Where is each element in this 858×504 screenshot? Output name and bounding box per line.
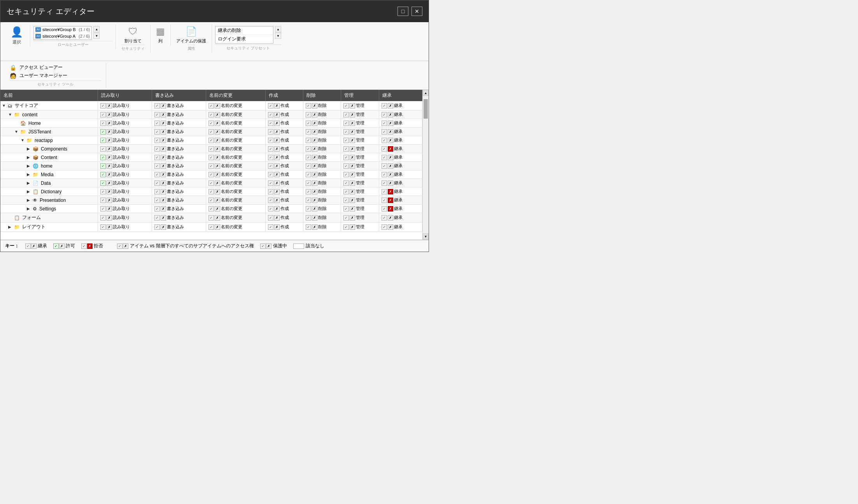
- perm-x[interactable]: ✗: [274, 138, 280, 143]
- perm-check[interactable]: ✓: [306, 103, 311, 108]
- perm-check[interactable]: ✓: [100, 163, 106, 169]
- perm-check[interactable]: ✓: [382, 189, 387, 194]
- perm-x[interactable]: ✗: [215, 146, 220, 152]
- perm-check[interactable]: ✓: [268, 138, 273, 143]
- perm-x[interactable]: ✗: [274, 112, 280, 117]
- perm-x[interactable]: ✗: [388, 172, 393, 177]
- perm-x[interactable]: ✗: [388, 103, 393, 108]
- table-row[interactable]: ▶⚙Settings✓✗読み取り✓✗書き込み✓✗名前の変更✓✗作成✓✗削除✓✗管…: [0, 205, 422, 213]
- table-row[interactable]: ▶📦Content✓✗読み取り✓✗書き込み✓✗名前の変更✓✗作成✓✗削除✓✗管理…: [0, 153, 422, 162]
- perm-check[interactable]: ✓: [306, 189, 311, 194]
- perm-check[interactable]: ✓: [306, 121, 311, 126]
- close-button[interactable]: ✕: [411, 7, 422, 16]
- perm-x[interactable]: ✗: [350, 163, 355, 169]
- perm-check[interactable]: ✓: [268, 206, 273, 212]
- perm-x[interactable]: ✗: [161, 103, 166, 108]
- perm-x[interactable]: ✗: [312, 180, 317, 186]
- perm-deny[interactable]: ✗: [388, 206, 393, 212]
- perm-x[interactable]: ✗: [107, 215, 112, 220]
- table-row[interactable]: ▼📁content✓✗読み取り✓✗書き込み✓✗名前の変更✓✗作成✓✗削除✓✗管理…: [0, 110, 422, 119]
- perm-check[interactable]: ✓: [100, 172, 106, 177]
- perm-x[interactable]: ✗: [161, 121, 166, 126]
- perm-check[interactable]: ✓: [343, 206, 349, 212]
- perm-x[interactable]: ✗: [107, 103, 112, 108]
- perm-x[interactable]: ✗: [107, 189, 112, 194]
- perm-x[interactable]: ✗: [312, 206, 317, 212]
- perm-x[interactable]: ✗: [312, 172, 317, 177]
- perm-x[interactable]: ✗: [312, 129, 317, 135]
- perm-check[interactable]: ✓: [268, 180, 273, 186]
- perm-check[interactable]: ✓: [100, 103, 106, 108]
- perm-x[interactable]: ✗: [274, 121, 280, 126]
- tree-toggle[interactable]: ▶: [27, 189, 32, 194]
- perm-check[interactable]: ✓: [268, 129, 273, 135]
- perm-check[interactable]: ✓: [382, 103, 387, 108]
- perm-x[interactable]: ✗: [388, 112, 393, 117]
- tree-toggle[interactable]: ▶: [27, 164, 32, 168]
- perm-x[interactable]: ✗: [215, 138, 220, 143]
- perm-x[interactable]: ✗: [350, 172, 355, 177]
- perm-check[interactable]: ✓: [306, 172, 311, 177]
- perm-x[interactable]: ✗: [107, 138, 112, 143]
- perm-x[interactable]: ✗: [350, 198, 355, 203]
- perm-check[interactable]: ✓: [100, 146, 106, 152]
- perm-x[interactable]: ✗: [107, 172, 112, 177]
- preset-scroll-down[interactable]: ▼: [275, 33, 281, 39]
- perm-x[interactable]: ✗: [161, 206, 166, 212]
- minimize-button[interactable]: □: [397, 7, 408, 16]
- table-row[interactable]: 📋フォーム✓✗読み取り✓✗書き込み✓✗名前の変更✓✗作成✓✗削除✓✗管理✓✗継承: [0, 213, 422, 222]
- perm-x[interactable]: ✗: [312, 138, 317, 143]
- perm-x[interactable]: ✗: [107, 180, 112, 186]
- perm-check[interactable]: ✓: [154, 155, 160, 160]
- perm-x[interactable]: ✗: [107, 112, 112, 117]
- perm-x[interactable]: ✗: [274, 206, 280, 212]
- perm-x[interactable]: ✗: [350, 206, 355, 212]
- tree-toggle[interactable]: ▼: [8, 112, 13, 117]
- perm-x[interactable]: ✗: [161, 155, 166, 160]
- perm-x[interactable]: ✗: [388, 121, 393, 126]
- perm-check[interactable]: ✓: [343, 224, 349, 230]
- perm-deny[interactable]: ✗: [388, 146, 393, 152]
- perm-x[interactable]: ✗: [161, 146, 166, 152]
- perm-x[interactable]: ✗: [161, 189, 166, 194]
- perm-x[interactable]: ✗: [161, 129, 166, 135]
- perm-x[interactable]: ✗: [215, 198, 220, 203]
- perm-check[interactable]: ✓: [306, 163, 311, 169]
- perm-check[interactable]: ✓: [382, 138, 387, 143]
- perm-check[interactable]: ✓: [100, 138, 106, 143]
- perm-check[interactable]: ✓: [154, 198, 160, 203]
- perm-check[interactable]: ✓: [154, 129, 160, 135]
- perm-x[interactable]: ✗: [274, 129, 280, 135]
- perm-x[interactable]: ✗: [312, 103, 317, 108]
- perm-x[interactable]: ✗: [350, 129, 355, 135]
- perm-check[interactable]: ✓: [306, 215, 311, 220]
- perm-x[interactable]: ✗: [312, 121, 317, 126]
- perm-x[interactable]: ✗: [350, 189, 355, 194]
- table-row[interactable]: ▼📁JSSTenant✓✗読み取り✓✗書き込み✓✗名前の変更✓✗作成✓✗削除✓✗…: [0, 128, 422, 136]
- table-row[interactable]: 🏠Home✓✗読み取り✓✗書き込み✓✗名前の変更✓✗作成✓✗削除✓✗管理✓✗継承: [0, 119, 422, 128]
- perm-check[interactable]: ✓: [208, 138, 214, 143]
- perm-x[interactable]: ✗: [388, 138, 393, 143]
- perm-check[interactable]: ✓: [343, 172, 349, 177]
- perm-x[interactable]: ✗: [388, 180, 393, 186]
- perm-x[interactable]: ✗: [215, 155, 220, 160]
- perm-x[interactable]: ✗: [312, 198, 317, 203]
- table-row[interactable]: ▶🌐home✓✗読み取り✓✗書き込み✓✗名前の変更✓✗作成✓✗削除✓✗管理✓✗継…: [0, 162, 422, 170]
- table-row[interactable]: ▶📋Dictionary✓✗読み取り✓✗書き込み✓✗名前の変更✓✗作成✓✗削除✓…: [0, 187, 422, 196]
- perm-check[interactable]: ✓: [268, 103, 273, 108]
- perm-check[interactable]: ✓: [208, 103, 214, 108]
- tree-toggle[interactable]: ▶: [27, 147, 32, 151]
- perm-check[interactable]: ✓: [382, 146, 387, 152]
- preset-item-0[interactable]: 継承の削除: [215, 26, 273, 35]
- scroll-thumb[interactable]: [424, 99, 428, 119]
- perm-x[interactable]: ✗: [107, 224, 112, 230]
- perm-x[interactable]: ✗: [312, 146, 317, 152]
- perm-check[interactable]: ✓: [306, 206, 311, 212]
- perm-check[interactable]: ✓: [382, 155, 387, 160]
- perm-check[interactable]: ✓: [154, 163, 160, 169]
- perm-check[interactable]: ✓: [343, 112, 349, 117]
- perm-x[interactable]: ✗: [215, 206, 220, 212]
- perm-check[interactable]: ✓: [154, 224, 160, 230]
- perm-x[interactable]: ✗: [350, 155, 355, 160]
- perm-x[interactable]: ✗: [161, 198, 166, 203]
